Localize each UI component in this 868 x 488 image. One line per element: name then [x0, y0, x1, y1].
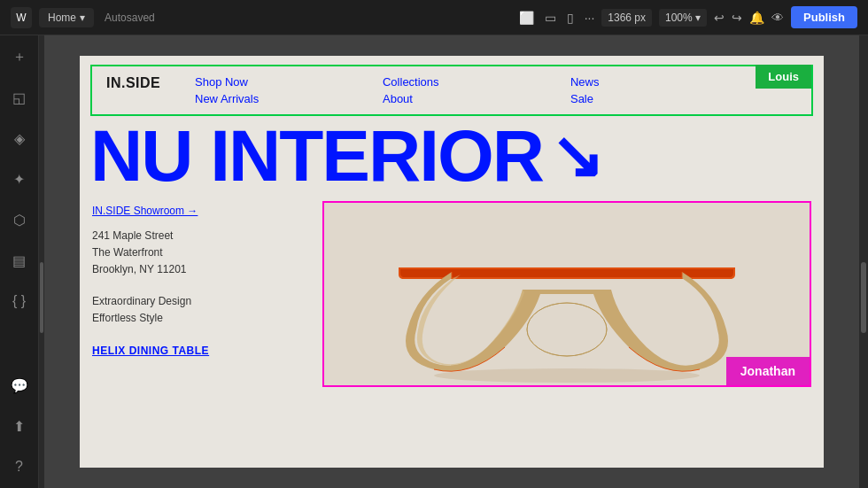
upgrade-icon[interactable]: ⬆ [7, 414, 32, 438]
zoom-arrow-icon: ▾ [695, 12, 701, 24]
main-layout: ＋ ◱ ◈ ✦ ⬡ ▤ { } 💬 ⬆ ? IN.SIDE Shop Now N… [0, 35, 868, 488]
nav-sale[interactable]: Sale [570, 92, 758, 105]
design-icon[interactable]: ✦ [7, 167, 32, 191]
address-line2: The Waterfront [92, 246, 163, 259]
undo-icon[interactable]: ↩ [714, 11, 725, 25]
scroll-thumb-right [861, 262, 866, 333]
hero-title: NU INTERIOR ↘ [90, 120, 813, 192]
tagline-line2: Effortless Style [92, 312, 163, 324]
tagline: Extraordinary Design Effortless Style [92, 293, 305, 327]
address-line1: 241 Maple Street [92, 229, 173, 242]
autosaved-label: Autosaved [105, 12, 155, 24]
nav-new-arrivals[interactable]: New Arrivals [195, 92, 383, 105]
nav-shop-now[interactable]: Shop Now [195, 75, 383, 89]
zoom-display[interactable]: 100% ▾ [659, 9, 707, 27]
pages-icon[interactable]: ◱ [7, 85, 32, 110]
comments-icon[interactable]: 💬 [7, 373, 32, 398]
page-tab-label: Home [48, 12, 76, 24]
redo-icon[interactable]: ↪ [732, 11, 742, 25]
device-icons: ⬜ ▭ ▯ ··· [519, 11, 595, 25]
hero-section: NU INTERIOR ↘ [80, 120, 824, 192]
jonathan-badge: Jonathan [726, 357, 810, 385]
product-image: Jonathan [322, 201, 811, 387]
louis-badge: Louis [756, 65, 811, 89]
nav-col-1: Shop Now New Arrivals [195, 75, 383, 105]
scroll-handle-right[interactable] [859, 35, 868, 488]
left-info: IN.SIDE Showroom → 241 Maple Street The … [92, 201, 305, 387]
help-icon[interactable]: ? [7, 454, 32, 479]
px-display: 1366 px [601, 9, 652, 27]
helix-table-svg [345, 205, 788, 383]
bell-icon[interactable]: 🔔 [749, 11, 764, 25]
publish-button[interactable]: Publish [791, 6, 857, 28]
add-element-icon[interactable]: ＋ [7, 44, 32, 69]
address-line3: Brooklyn, NY 11201 [92, 263, 187, 275]
left-sidebar: ＋ ◱ ◈ ✦ ⬡ ▤ { } 💬 ⬆ ? [0, 35, 39, 488]
more-icon[interactable]: ··· [585, 11, 595, 25]
scroll-thumb-left [40, 262, 43, 333]
chevron-down-icon: ▾ [80, 12, 85, 24]
mobile-icon[interactable]: ▯ [567, 11, 574, 25]
site-preview: IN.SIDE Shop Now New Arrivals Collection… [80, 56, 824, 468]
layers-icon[interactable]: ◈ [7, 126, 32, 151]
content-section: IN.SIDE Showroom → 241 Maple Street The … [80, 201, 824, 387]
nav-about[interactable]: About [383, 92, 570, 105]
svg-point-2 [434, 368, 700, 383]
svg-point-1 [527, 303, 607, 356]
site-logo: IN.SIDE [106, 75, 195, 91]
hero-title-text: NU INTERIOR [90, 120, 543, 192]
nav-col-2: Collections About [383, 75, 570, 105]
preview-icon[interactable]: 👁 [771, 11, 784, 25]
nav-col-3: News Sale [570, 75, 758, 105]
topbar: W Home ▾ Autosaved ⬜ ▭ ▯ ··· 1366 px 100… [0, 0, 868, 35]
media-icon[interactable]: ▤ [7, 248, 32, 273]
components-icon[interactable]: ⬡ [7, 207, 32, 232]
tablet-icon[interactable]: ▭ [545, 11, 556, 25]
product-link[interactable]: HELIX DINING TABLE [92, 345, 305, 357]
page-tab[interactable]: Home ▾ [39, 8, 94, 27]
app-logo[interactable]: W [11, 7, 32, 28]
code-icon[interactable]: { } [7, 289, 32, 314]
address-block: 241 Maple Street The Waterfront Brooklyn… [92, 228, 305, 279]
canvas-area: IN.SIDE Shop Now New Arrivals Collection… [44, 35, 859, 488]
hero-arrow-icon: ↘ [550, 124, 601, 188]
logo-icon: W [16, 12, 26, 24]
nav-news[interactable]: News [570, 75, 758, 89]
nav-collections[interactable]: Collections [383, 75, 570, 89]
tagline-line1: Extraordinary Design [92, 295, 191, 307]
desktop-icon[interactable]: ⬜ [519, 11, 534, 25]
showroom-link[interactable]: IN.SIDE Showroom → [92, 205, 305, 217]
nav-bar: IN.SIDE Shop Now New Arrivals Collection… [90, 65, 813, 116]
